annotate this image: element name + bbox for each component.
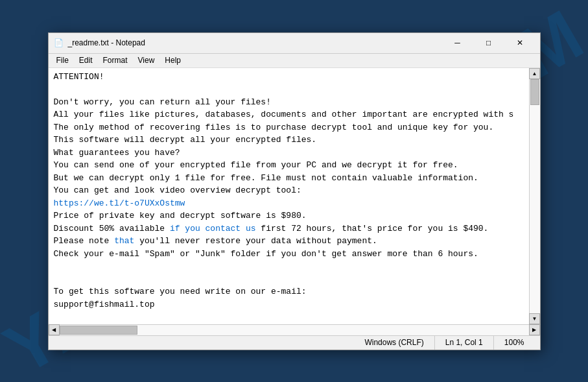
text-line-19: support@fishmail.top: [54, 300, 155, 309]
text-line-3: Don't worry, you can return all your fil…: [54, 97, 271, 107]
vertical-scrollbar[interactable]: ▲ ▼: [529, 68, 540, 324]
text-line-1: ATTENTION!: [54, 72, 104, 82]
text-line-12: Price of private key and decrypt softwar…: [54, 211, 307, 221]
notepad-window: 📄 _readme.txt - Notepad ─ □ ✕ File Edit …: [48, 32, 541, 350]
text-line-11: https://we.tl/t-o7UXxOstmw: [54, 198, 185, 208]
menu-view[interactable]: View: [133, 54, 160, 66]
text-line-5: The only method of recovering files is t…: [54, 123, 494, 132]
text-line-9: But we can decrypt only 1 file for free.…: [54, 173, 478, 183]
menu-edit[interactable]: Edit: [74, 54, 98, 66]
text-line-13: Discount 50% available if you contact us…: [54, 224, 489, 233]
menu-bar: File Edit Format View Help: [49, 54, 540, 68]
content-wrapper: ATTENTION! Don't worry, you can return a…: [49, 68, 540, 324]
title-bar: 📄 _readme.txt - Notepad ─ □ ✕: [49, 33, 540, 54]
text-line-8: You can send one of your encrypted file …: [54, 160, 458, 170]
app-icon: 📄: [54, 38, 64, 48]
window-controls: ─ □ ✕: [443, 32, 535, 53]
scroll-down-button[interactable]: ▼: [529, 313, 540, 324]
scroll-thumb-x[interactable]: [60, 326, 137, 335]
text-line-10: You can get and look video overview decr…: [54, 185, 301, 195]
scroll-up-button[interactable]: ▲: [529, 68, 540, 79]
zoom-status: 100%: [493, 335, 535, 350]
text-line-7: What guarantees you have?: [54, 148, 180, 158]
scroll-right-button[interactable]: ▶: [529, 324, 540, 335]
text-line-4: All your files like pictures, databases,…: [54, 110, 514, 119]
horizontal-scrollbar[interactable]: ◀ ▶: [49, 324, 540, 335]
scroll-track-y[interactable]: [530, 79, 540, 313]
menu-file[interactable]: File: [51, 54, 74, 66]
text-content[interactable]: ATTENTION! Don't worry, you can return a…: [49, 68, 529, 324]
scroll-left-button[interactable]: ◀: [49, 324, 60, 335]
status-section: Windows (CRLF) Ln 1, Col 1 100%: [54, 335, 535, 350]
text-line-15: Check your e-mail "Spam" or "Junk" folde…: [54, 249, 478, 259]
menu-help[interactable]: Help: [159, 54, 186, 66]
text-line-6: This software will decrypt all your encr…: [54, 135, 317, 145]
menu-format[interactable]: Format: [98, 54, 133, 66]
text-line-14: Please note that you'll never restore yo…: [54, 236, 377, 246]
status-bar: Windows (CRLF) Ln 1, Col 1 100%: [49, 335, 540, 350]
scroll-thumb-y[interactable]: [530, 79, 539, 105]
encoding-status: Windows (CRLF): [354, 335, 434, 350]
minimize-button[interactable]: ─: [443, 32, 473, 53]
maximize-button[interactable]: □: [474, 32, 504, 53]
scroll-track-x[interactable]: [60, 325, 529, 335]
window-title: _readme.txt - Notepad: [68, 38, 443, 47]
bottom-area: ◀ ▶ Windows (CRLF) Ln 1, Col 1 100%: [49, 324, 540, 350]
close-button[interactable]: ✕: [505, 32, 535, 53]
position-status: Ln 1, Col 1: [434, 335, 493, 350]
text-line-18: To get this software you need write on o…: [54, 287, 307, 296]
